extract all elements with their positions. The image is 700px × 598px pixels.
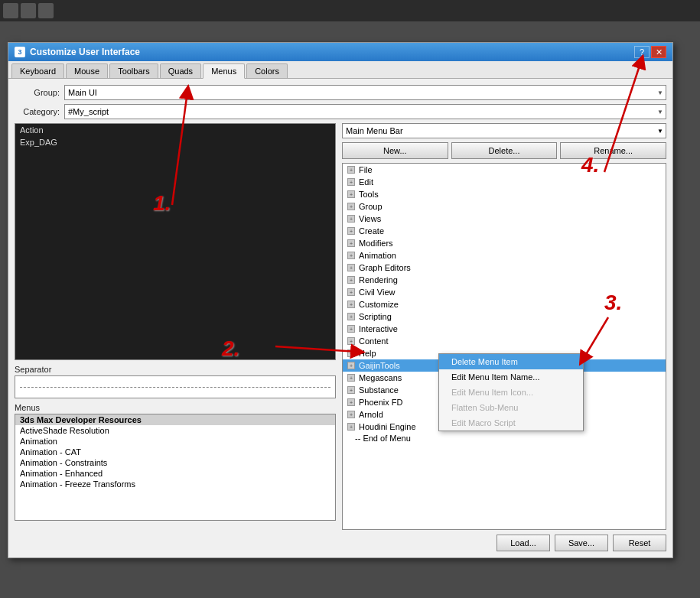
reset-button[interactable]: Reset bbox=[613, 535, 666, 551]
cross-icon: + bbox=[346, 336, 357, 346]
action-item-action[interactable]: Action bbox=[15, 124, 335, 136]
tab-menus[interactable]: Menus bbox=[203, 63, 245, 79]
titlebar-left: 3 Customize User Interface bbox=[15, 47, 140, 57]
action-list[interactable]: Action Exp_DAG bbox=[15, 123, 336, 360]
menu-tree-item[interactable]: +Tools bbox=[343, 188, 666, 200]
cross-icon: + bbox=[346, 275, 357, 285]
separator-label: Separator bbox=[15, 365, 336, 374]
context-menu-item: Edit Macro Script bbox=[439, 415, 583, 431]
category-select-wrapper: #My_script bbox=[64, 104, 666, 119]
cross-icon: + bbox=[346, 250, 357, 261]
menus-list-item[interactable]: Animation - Enhanced bbox=[15, 468, 335, 479]
cross-icon: + bbox=[346, 201, 357, 212]
cross-icon: + bbox=[346, 385, 357, 395]
menu-tree-item[interactable]: +Scripting bbox=[343, 310, 666, 323]
rename-button[interactable]: Rename... bbox=[560, 142, 666, 159]
tree-item-label: Edit bbox=[359, 177, 373, 187]
menu-tree-item[interactable]: -- End of Menu bbox=[343, 433, 666, 444]
context-menu-item[interactable]: Edit Menu Item Name... bbox=[439, 369, 583, 385]
tree-item-label: Civil View bbox=[359, 288, 395, 297]
separator-box bbox=[15, 375, 336, 398]
tab-mouse[interactable]: Mouse bbox=[66, 63, 108, 78]
cross-icon: + bbox=[346, 311, 357, 322]
menus-list-item[interactable]: ActiveShade Resolution bbox=[15, 425, 335, 436]
category-select[interactable]: #My_script bbox=[64, 104, 666, 119]
menu-tree-item[interactable]: +Group bbox=[343, 200, 666, 213]
delete-button[interactable]: Delete... bbox=[451, 142, 558, 159]
menus-list-item[interactable]: Animation bbox=[15, 436, 335, 447]
cross-icon: + bbox=[346, 164, 357, 175]
cross-icon: + bbox=[346, 348, 357, 359]
group-select[interactable]: Main UI bbox=[64, 85, 666, 100]
right-top: Main Menu Bar bbox=[342, 123, 666, 138]
menu-tree-item[interactable]: +Animation bbox=[343, 249, 666, 262]
tree-item-label: Help bbox=[359, 349, 376, 358]
menus-list-item[interactable]: Animation - Freeze Transforms bbox=[15, 479, 335, 489]
menu-tree[interactable]: +File+Edit+Tools+Group+Views+Create+Modi… bbox=[342, 163, 666, 530]
close-button[interactable]: ✕ bbox=[651, 46, 666, 58]
cross-icon: + bbox=[346, 409, 357, 420]
dialog-title: Customize User Interface bbox=[30, 47, 140, 57]
tab-keyboard[interactable]: Keyboard bbox=[11, 63, 64, 78]
tree-item-label: Scripting bbox=[359, 312, 392, 321]
menus-list-item[interactable]: Animation - CAT bbox=[15, 447, 335, 457]
separator-line bbox=[20, 387, 330, 388]
menu-tree-item[interactable]: +Civil View bbox=[343, 286, 666, 298]
tree-item-label: Group bbox=[359, 202, 383, 211]
tree-item-label: Substance bbox=[359, 385, 399, 395]
tab-colors[interactable]: Colors bbox=[246, 63, 288, 78]
menus-list-item[interactable]: 3ds Max Developer Resources bbox=[15, 414, 335, 425]
menus-label: Menus bbox=[15, 403, 336, 412]
tree-item-label: Houdini Engine bbox=[359, 422, 416, 431]
menu-tree-item[interactable]: +Edit bbox=[343, 176, 666, 188]
context-menu-item: Flatten Sub-Menu bbox=[439, 400, 583, 415]
tree-item-label: Create bbox=[359, 226, 384, 236]
tree-item-label: Content bbox=[359, 336, 389, 346]
menu-tree-item[interactable]: +Customize bbox=[343, 298, 666, 310]
cross-icon: + bbox=[346, 177, 357, 187]
left-panel: Action Exp_DAG Separator Menus 3ds Max D… bbox=[15, 123, 336, 551]
menu-tree-item[interactable]: +Rendering bbox=[343, 274, 666, 286]
right-select-wrapper: Main Menu Bar bbox=[342, 123, 666, 138]
tree-item-label: GaijinTools bbox=[359, 361, 400, 370]
tab-toolbars[interactable]: Toolbars bbox=[109, 63, 158, 78]
tree-item-label: File bbox=[359, 165, 373, 174]
taskbar-icon-2 bbox=[21, 3, 36, 18]
save-button[interactable]: Save... bbox=[555, 535, 608, 551]
taskbar bbox=[0, 0, 700, 21]
menu-tree-item[interactable]: +Modifiers bbox=[343, 237, 666, 249]
dialog-body: Group: Main UI Category: #My_script A bbox=[8, 79, 672, 557]
cross-icon: + bbox=[346, 262, 357, 273]
context-menu-item: Edit Menu Item Icon... bbox=[439, 385, 583, 400]
menu-tree-item[interactable]: +File bbox=[343, 164, 666, 176]
group-label: Group: bbox=[15, 88, 64, 97]
taskbar-icon-1 bbox=[3, 3, 18, 18]
menu-tree-item[interactable]: +Views bbox=[343, 213, 666, 225]
two-panel: Action Exp_DAG Separator Menus 3ds Max D… bbox=[15, 123, 666, 551]
menu-tree-item[interactable]: +Interactive bbox=[343, 323, 666, 335]
tree-item-label: Tools bbox=[359, 190, 379, 199]
menus-list[interactable]: 3ds Max Developer ResourcesActiveShade R… bbox=[15, 414, 336, 521]
menu-tree-item[interactable]: +Create bbox=[343, 225, 666, 237]
menu-tree-item[interactable]: +Graph Editors bbox=[343, 262, 666, 274]
cross-icon: + bbox=[346, 238, 357, 249]
context-menu-item[interactable]: Delete Menu Item bbox=[439, 354, 583, 369]
dialog-icon: 3 bbox=[15, 47, 25, 57]
cross-icon: + bbox=[346, 226, 357, 236]
category-label: Category: bbox=[15, 107, 64, 116]
tree-item-label: Animation bbox=[359, 251, 396, 260]
load-button[interactable]: Load... bbox=[497, 535, 550, 551]
menu-tree-item[interactable]: +Content bbox=[343, 335, 666, 347]
tree-item-label: Rendering bbox=[359, 275, 398, 284]
titlebar-buttons: ? ✕ bbox=[634, 46, 666, 58]
tab-quads[interactable]: Quads bbox=[160, 63, 201, 78]
help-button[interactable]: ? bbox=[634, 46, 650, 58]
right-panel: Main Menu Bar New... Delete... Rename...… bbox=[342, 123, 666, 551]
new-button[interactable]: New... bbox=[342, 142, 448, 159]
context-menu: Delete Menu ItemEdit Menu Item Name...Ed… bbox=[438, 353, 584, 431]
tree-item-label: Interactive bbox=[359, 324, 398, 333]
bottom-buttons: Load... Save... Reset bbox=[342, 535, 666, 551]
main-menu-bar-select[interactable]: Main Menu Bar bbox=[342, 123, 666, 138]
menus-list-item[interactable]: Animation - Constraints bbox=[15, 457, 335, 468]
action-item-expdag[interactable]: Exp_DAG bbox=[15, 136, 335, 148]
